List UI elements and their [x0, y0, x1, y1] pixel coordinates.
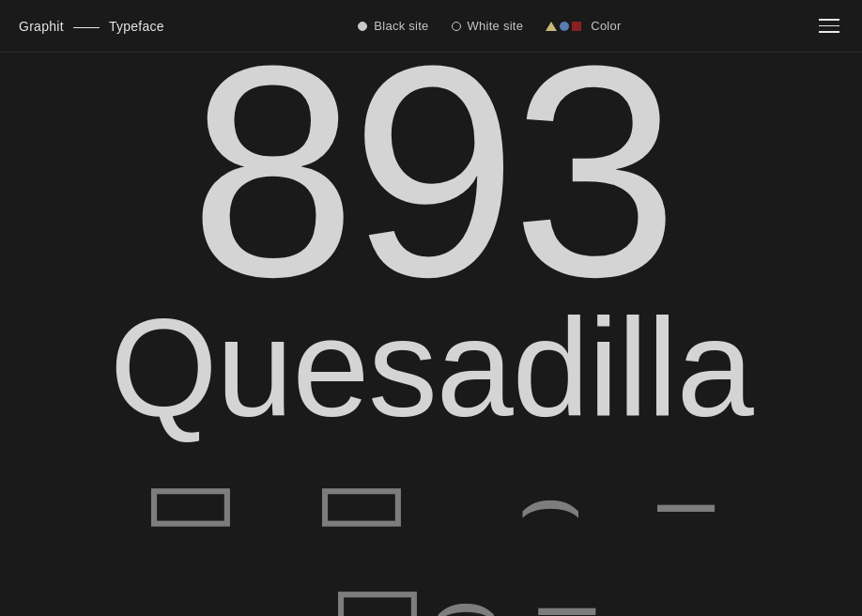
hero-bottom-container: ▭ ▭ ⌢ – ▭⌢ –	[0, 438, 862, 616]
white-site-label: White site	[468, 19, 524, 33]
header: Graphit —— Typeface Black site White sit…	[0, 0, 862, 53]
white-site-option[interactable]: White site	[452, 19, 524, 33]
black-site-label: Black site	[374, 19, 428, 33]
hamburger-menu[interactable]	[815, 15, 843, 37]
hamburger-line-3	[819, 31, 839, 33]
circle-icon	[560, 22, 569, 31]
triangle-icon	[546, 22, 557, 31]
main-content: 893 Quesadilla ▭ ▭ ⌢ – ▭⌢ –	[0, 0, 862, 616]
brand-typeface: Typeface	[109, 19, 164, 34]
hero-numbers: 893	[0, 43, 862, 299]
hamburger-line-1	[819, 19, 839, 21]
hero-word: Quesadilla	[110, 290, 753, 445]
brand-separator: ——	[73, 19, 100, 34]
brand-name: Graphit	[19, 19, 64, 34]
color-selector[interactable]: Color	[546, 19, 621, 33]
white-site-radio	[452, 22, 461, 31]
hamburger-line-2	[819, 25, 839, 27]
hero-bottom: ▭ ▭ ⌢ – ▭⌢ –	[0, 447, 862, 616]
black-site-radio	[358, 22, 367, 31]
color-icons	[546, 22, 581, 31]
hero-numbers-row: 893	[0, 53, 862, 299]
hero-word-container: Quesadilla	[110, 299, 753, 438]
square-icon	[572, 22, 581, 31]
color-label: Color	[591, 19, 621, 33]
black-site-option[interactable]: Black site	[358, 19, 428, 33]
site-switcher: Black site White site Color	[358, 19, 621, 33]
brand-area: Graphit —— Typeface	[19, 19, 164, 34]
